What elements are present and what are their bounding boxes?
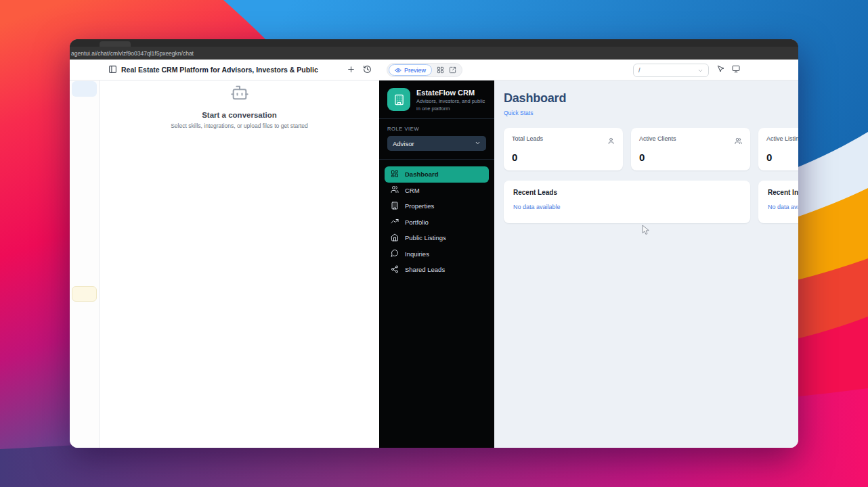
rail-item-pending[interactable] <box>72 286 97 302</box>
role-view-label: ROLE VIEW <box>387 126 486 132</box>
stat-value: 0 <box>512 152 615 163</box>
layout-grid-icon[interactable] <box>437 66 444 74</box>
preview-button-label: Preview <box>404 67 426 74</box>
device-monitor-icon[interactable] <box>732 65 740 73</box>
browser-tab[interactable] <box>100 41 131 47</box>
tab-strip[interactable] <box>70 39 798 47</box>
list-card-title: Recent Leads <box>513 189 741 196</box>
brand-header: EstateFlow CRM Advisors, investors, and … <box>379 80 494 119</box>
person-icon <box>607 135 615 147</box>
select-tool-icon[interactable] <box>717 65 725 73</box>
stats-row: Total Leads 0 Active Clients 0 Active Li… <box>504 128 789 170</box>
chat-empty-title: Start a conversation <box>100 111 379 119</box>
page-title: Dashboard <box>504 91 789 106</box>
project-title: Real Estate CRM Platform for Advisors, I… <box>121 66 318 74</box>
sidebar-item-label: Dashboard <box>405 170 439 178</box>
sidebar-item-label: Portfolio <box>405 218 429 226</box>
stat-value: 0 <box>766 152 798 163</box>
route-select-value: / <box>638 67 641 74</box>
chat-bubble-icon <box>391 249 399 258</box>
brand-logo-building-icon <box>387 88 410 111</box>
sidebar-item-portfolio[interactable]: Portfolio <box>385 214 489 231</box>
stat-card-total-leads: Total Leads 0 <box>504 128 623 170</box>
sidebar-toggle-icon[interactable] <box>108 65 117 74</box>
share-icon <box>391 265 399 275</box>
people-icon <box>735 135 742 147</box>
stat-card-active-listings: Active Listings 0 <box>758 128 798 170</box>
role-view-section: ROLE VIEW Advisor <box>379 119 494 160</box>
view-mode-group: Preview <box>387 63 462 77</box>
stat-value: 0 <box>639 152 742 163</box>
recent-leads-card: Recent Leads No data available <box>504 181 750 223</box>
sidebar-item-label: CRM <box>405 187 420 194</box>
users-icon <box>391 185 399 195</box>
app-sidebar: EstateFlow CRM Advisors, investors, and … <box>379 80 494 448</box>
mouse-cursor <box>642 225 651 235</box>
sidebar-item-public-listings[interactable]: Public Listings <box>385 230 489 246</box>
rail-item-highlighted[interactable] <box>72 81 97 97</box>
stat-card-active-clients: Active Clients 0 <box>631 128 750 170</box>
recent-inquiries-card: Recent Inquiries No data available <box>758 181 798 223</box>
dashboard-grid-icon <box>391 170 399 179</box>
browser-chrome: agentui.ai/chat/cmlvlzf9o0347ql1f5pxeegk… <box>70 39 798 60</box>
chevron-down-icon <box>697 68 703 74</box>
sidebar-item-dashboard[interactable]: Dashboard <box>385 166 489 183</box>
lists-row: Recent Leads No data available Recent In… <box>504 181 789 223</box>
list-card-title: Recent Inquiries <box>768 189 798 196</box>
sidebar-item-shared-leads[interactable]: Shared Leads <box>385 262 489 278</box>
chevron-down-icon <box>475 140 481 147</box>
stat-label: Active Listings <box>766 135 798 142</box>
brand-name: EstateFlow CRM <box>416 89 486 97</box>
app-toolbar: Real Estate CRM Platform for Advisors, I… <box>70 60 798 80</box>
sidebar-item-properties[interactable]: Properties <box>385 198 489 214</box>
dashboard-main: Dashboard Quick Stats Total Leads 0 Acti… <box>494 80 798 448</box>
chat-empty-state: Start a conversation Select skills, inte… <box>100 83 379 129</box>
role-select[interactable]: Advisor <box>387 136 486 151</box>
sidebar-item-label: Shared Leads <box>405 266 445 273</box>
role-select-value: Advisor <box>393 140 414 147</box>
stat-label: Total Leads <box>512 135 543 142</box>
trending-up-icon <box>391 217 399 227</box>
home-icon <box>391 233 399 243</box>
url-text[interactable]: agentui.ai/chat/cmlvlzf9o0347ql1f5pxeegk… <box>70 50 194 57</box>
history-icon[interactable] <box>363 65 372 74</box>
stat-label: Active Clients <box>639 135 676 142</box>
left-rail <box>70 80 100 448</box>
preview-button[interactable]: Preview <box>389 64 432 76</box>
list-empty-text: No data available <box>768 204 798 210</box>
robot-icon <box>230 93 249 104</box>
sidebar-item-inquiries[interactable]: Inquiries <box>385 246 489 262</box>
brand-tagline: Advisors, investors, and public in one p… <box>416 98 486 112</box>
sidebar-nav: Dashboard CRM Properties Portfolio Publi… <box>379 160 494 285</box>
route-select[interactable]: / <box>633 64 709 77</box>
chat-empty-subtitle: Select skills, integrations, or upload f… <box>100 122 379 129</box>
sidebar-item-label: Inquiries <box>405 250 429 258</box>
quick-stats-link[interactable]: Quick Stats <box>504 110 533 116</box>
url-bar[interactable]: agentui.ai/chat/cmlvlzf9o0347ql1f5pxeegk… <box>70 47 798 60</box>
sidebar-item-crm[interactable]: CRM <box>385 183 489 199</box>
new-chat-button[interactable] <box>347 65 355 74</box>
chat-panel: Start a conversation Select skills, inte… <box>100 80 379 448</box>
open-external-icon[interactable] <box>449 66 456 74</box>
browser-window: agentui.ai/chat/cmlvlzf9o0347ql1f5pxeegk… <box>70 39 798 448</box>
eye-icon <box>395 67 402 74</box>
building-icon <box>391 202 399 211</box>
list-empty-text: No data available <box>513 204 741 210</box>
sidebar-item-label: Properties <box>405 202 434 210</box>
sidebar-item-label: Public Listings <box>405 234 446 241</box>
